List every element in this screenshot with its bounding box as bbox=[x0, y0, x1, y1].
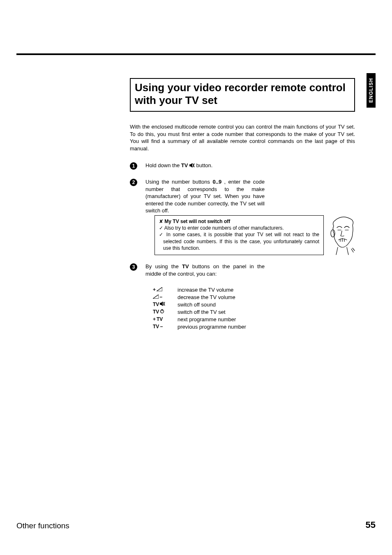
step-1-text-bold: TV bbox=[181, 162, 188, 168]
function-row: TV − previous programme number bbox=[153, 323, 246, 330]
page-footer: Other functions 55 bbox=[16, 520, 376, 530]
tv-functions-list: + increase the TV volume − decrease the … bbox=[153, 286, 246, 330]
tip-line-1: Also try to enter code numbers of other … bbox=[159, 225, 319, 231]
func-key-bold: TV bbox=[153, 302, 159, 307]
func-key-pre: + bbox=[153, 316, 156, 322]
step-1-text-post: button. bbox=[196, 162, 213, 168]
tip-line-2: In some cases, it is possible that your … bbox=[159, 231, 319, 251]
function-row: + increase the TV volume bbox=[153, 286, 246, 293]
intro-paragraph: With the enclosed multicode remote contr… bbox=[130, 123, 355, 152]
func-key-pre: + bbox=[153, 287, 156, 292]
func-desc: next programme number bbox=[178, 316, 236, 322]
step-1: 1 Hold down the TV button. bbox=[130, 162, 274, 170]
func-desc: decrease the TV volume bbox=[178, 294, 235, 300]
svg-marker-4 bbox=[157, 287, 162, 291]
power-icon bbox=[160, 309, 164, 315]
mute-icon bbox=[189, 162, 195, 170]
func-desc: switch off sound bbox=[178, 302, 216, 308]
step-1-text-pre: Hold down the bbox=[145, 162, 181, 168]
function-row: TV switch off sound bbox=[153, 301, 246, 308]
step-2-text-pre: Using the number buttons bbox=[145, 179, 212, 185]
function-row: − decrease the TV volume bbox=[153, 293, 246, 301]
svg-marker-0 bbox=[189, 163, 192, 168]
step-3-text-bold: TV bbox=[182, 263, 189, 269]
top-rule bbox=[16, 53, 376, 55]
footer-section: Other functions bbox=[16, 521, 69, 530]
volume-icon bbox=[153, 294, 159, 300]
mute-icon bbox=[160, 302, 165, 307]
func-key-post: − bbox=[159, 294, 162, 300]
func-desc: increase the TV volume bbox=[178, 287, 233, 293]
step-3-text-pre: By using the bbox=[145, 263, 182, 269]
function-row: TV switch off the TV set bbox=[153, 308, 246, 315]
func-key-bold: TV bbox=[157, 316, 163, 322]
step-2: 2 Using the number buttons 0..9 , enter … bbox=[130, 178, 355, 214]
page-number: 55 bbox=[366, 520, 376, 530]
language-tab: ENGLISH bbox=[367, 73, 376, 108]
tip-box: My TV set will not switch off Also try t… bbox=[154, 215, 324, 255]
volume-icon bbox=[157, 287, 162, 292]
func-desc: switch off the TV set bbox=[178, 309, 226, 315]
step-bullet-3: 3 bbox=[130, 263, 137, 271]
step-bullet-2: 2 bbox=[130, 179, 137, 186]
frustrated-face-illustration bbox=[329, 215, 356, 256]
step-3: 3 By using the TV buttons on the panel i… bbox=[130, 263, 355, 277]
func-desc: previous programme number bbox=[178, 324, 246, 330]
function-row: + TV next programme number bbox=[153, 315, 246, 323]
step-bullet-1: 1 bbox=[130, 162, 137, 170]
func-key-bold: TV bbox=[153, 324, 159, 329]
step-2-text-bold: 0..9 bbox=[212, 179, 221, 185]
tip-title: My TV set will not switch off bbox=[159, 218, 319, 225]
section-title-box: Using your video recorder remote control… bbox=[130, 78, 355, 112]
svg-marker-6 bbox=[160, 302, 163, 306]
section-title: Using your video recorder remote control… bbox=[135, 81, 350, 107]
svg-marker-5 bbox=[153, 295, 159, 299]
func-key-bold: TV bbox=[153, 309, 159, 315]
func-key-post: − bbox=[160, 324, 163, 329]
